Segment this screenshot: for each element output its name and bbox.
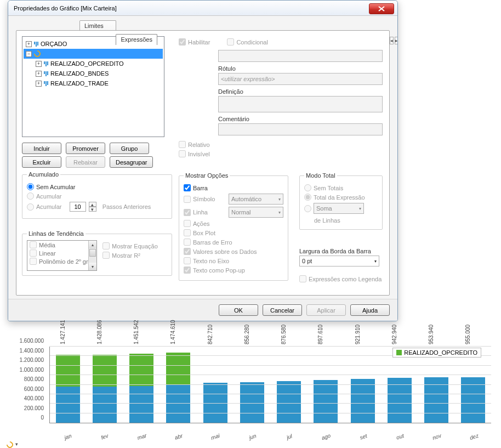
ok-button[interactable]: OK bbox=[219, 304, 258, 316]
expander-icon[interactable]: − bbox=[26, 51, 32, 57]
expander-icon[interactable]: + bbox=[26, 41, 32, 47]
borda-combo[interactable]: 0 pt ▾ bbox=[299, 256, 379, 266]
condicional-label: Condicional bbox=[236, 39, 267, 46]
sem-acumular-radio[interactable] bbox=[27, 183, 34, 190]
x-tick: nov bbox=[423, 429, 451, 444]
promover-button[interactable]: Promover bbox=[66, 143, 105, 154]
expression-tree[interactable]: + ORÇADO − + REALIZADO_OPCREDITO + REALI… bbox=[22, 36, 164, 137]
scroll-thumb[interactable] bbox=[89, 249, 96, 257]
desagrupar-button[interactable]: Desagrupar bbox=[110, 156, 153, 168]
definicao-input[interactable] bbox=[218, 96, 383, 112]
spin-down-icon[interactable]: ▾ bbox=[89, 207, 96, 212]
bar-group: 921.910 bbox=[349, 347, 376, 423]
grupo-button[interactable]: Grupo bbox=[110, 143, 149, 154]
x-tick: jan bbox=[54, 429, 82, 444]
acumulado-legend: Acumulado bbox=[27, 171, 60, 178]
delinhas-label: de Linhas bbox=[314, 217, 378, 224]
chevron-down-icon: ▾ bbox=[374, 259, 377, 264]
chart-legend: REALIZADO_OPCREDITO bbox=[392, 348, 481, 358]
condicional-check bbox=[227, 38, 234, 46]
barra-check[interactable] bbox=[184, 184, 191, 191]
chevron-down-icon[interactable]: ▾ bbox=[15, 441, 18, 447]
acumular-n-label: Acumular bbox=[36, 203, 61, 210]
tab-scroll-left-icon[interactable]: ◂ bbox=[390, 37, 394, 44]
expander-icon[interactable]: + bbox=[36, 81, 42, 87]
modo-legend: Modo Total bbox=[304, 172, 337, 179]
linha-combo[interactable]: Normal ▾ bbox=[229, 207, 283, 218]
bar-segment-green bbox=[129, 354, 153, 386]
bar-group: 1.427.141 bbox=[54, 347, 81, 423]
y-tick: 0 bbox=[41, 415, 44, 421]
scroll-down-icon[interactable]: ▾ bbox=[89, 263, 96, 270]
valores-check bbox=[184, 248, 191, 255]
gridline bbox=[50, 413, 491, 413]
tab-expressoes[interactable]: Expressões bbox=[116, 34, 157, 45]
tree-item-opcredito[interactable]: + REALIZADO_OPCREDITO bbox=[24, 59, 163, 69]
gridline bbox=[50, 365, 491, 366]
barra-label: Barra bbox=[193, 185, 208, 191]
mostrar-r2-check bbox=[103, 252, 110, 259]
scroll-up-icon[interactable]: ▴ bbox=[89, 241, 96, 248]
y-tick: 200.000 bbox=[24, 405, 44, 411]
mostrar-legend: Mostrar Opções bbox=[184, 172, 230, 179]
simbolo-combo[interactable]: Automático ▾ bbox=[229, 194, 283, 205]
bar-value-label: 1.451.542 bbox=[133, 320, 139, 345]
tree-item-trade[interactable]: + REALIZADO_TRADE bbox=[24, 78, 163, 88]
excluir-button[interactable]: Excluir bbox=[22, 156, 61, 168]
bar-value-label: 897.610 bbox=[317, 325, 323, 344]
expander-icon[interactable]: + bbox=[36, 71, 42, 77]
barraserro-label: Barras de Erro bbox=[193, 239, 232, 246]
trend-list[interactable]: Média Linear Polinômio de 2º gra ▴ ▾ bbox=[27, 240, 97, 271]
soma-combo[interactable]: Soma ▾ bbox=[314, 203, 364, 214]
chevron-down-icon: ▾ bbox=[359, 206, 361, 211]
tree-item-bndes[interactable]: + REALIZADO_BNDES bbox=[24, 69, 163, 78]
titlebar: Propriedades do Gráfico [Mix Carteira] bbox=[8, 1, 397, 16]
rotulo-input[interactable]: <utilizar expressão> bbox=[218, 73, 383, 85]
trend-item: Média bbox=[39, 242, 55, 248]
comentario-input[interactable] bbox=[218, 123, 383, 135]
x-tick: mar bbox=[128, 429, 155, 444]
acumular-n-radio bbox=[27, 203, 34, 211]
x-tick: fev bbox=[91, 429, 118, 444]
mix-carteira-chart: 0200.000400.000600.000800.0001.000.0001.… bbox=[9, 325, 494, 440]
trend-scrollbar[interactable]: ▴ ▾ bbox=[88, 241, 96, 270]
exprlegenda-label: Expressões como Legenda bbox=[309, 276, 382, 282]
y-tick: 1.000.000 bbox=[20, 366, 44, 372]
mostrar-eq-check bbox=[103, 242, 110, 249]
cycle-icon[interactable] bbox=[5, 440, 15, 448]
incluir-button[interactable]: Incluir bbox=[22, 143, 61, 154]
tab-body: + ORÇADO − + REALIZADO_OPCREDITO + REALI… bbox=[16, 30, 390, 296]
cancelar-button[interactable]: Cancelar bbox=[263, 304, 302, 316]
bar-value-label: 955.000 bbox=[465, 325, 471, 344]
x-tick: mai bbox=[202, 429, 229, 444]
acoes-check bbox=[184, 220, 191, 227]
tab-scroll-right-icon[interactable]: ▸ bbox=[395, 37, 398, 44]
gridline bbox=[50, 394, 491, 394]
rotulo-label: Rótulo bbox=[218, 65, 384, 72]
exprlegenda-check bbox=[299, 275, 306, 282]
linha-value: Normal bbox=[231, 209, 251, 216]
bar-segment-blue bbox=[351, 379, 375, 423]
bars-container: 1.427.1411.428.0861.451.5421.474.610842.… bbox=[50, 347, 491, 423]
bar-value-label: 1.427.141 bbox=[60, 320, 66, 345]
bar-value-label: 856.280 bbox=[244, 325, 250, 344]
close-button[interactable] bbox=[369, 3, 394, 14]
plot-area: 1.427.1411.428.0861.451.5421.474.610842.… bbox=[49, 347, 491, 423]
y-axis: 0200.000400.000600.000800.0001.000.0001.… bbox=[19, 347, 45, 423]
expander-icon[interactable]: + bbox=[36, 61, 42, 67]
bar-value-label: 921.910 bbox=[355, 325, 361, 344]
acumulado-group: Acumulado Sem Acumular Acumular Acumular… bbox=[22, 171, 172, 219]
dialog-footer: OK Cancelar Aplicar Ajuda bbox=[8, 299, 397, 321]
condicional-input[interactable] bbox=[218, 50, 383, 62]
passos-spin[interactable] bbox=[70, 202, 86, 212]
ajuda-button[interactable]: Ajuda bbox=[350, 304, 390, 316]
bar-segment-blue bbox=[93, 387, 117, 423]
popup-label: Texto como Pop-up bbox=[193, 267, 245, 274]
barraserro-check bbox=[184, 239, 191, 246]
bar-segment-blue bbox=[314, 380, 338, 423]
y-tick: 800.000 bbox=[24, 376, 44, 382]
tendencia-group: Linhas de Tendência Média Linear Polinôm… bbox=[22, 230, 172, 276]
bar-group: 842.710 bbox=[202, 347, 229, 423]
tree-item-cycle[interactable]: − bbox=[24, 49, 163, 59]
definicao-label: Definição bbox=[218, 88, 384, 95]
